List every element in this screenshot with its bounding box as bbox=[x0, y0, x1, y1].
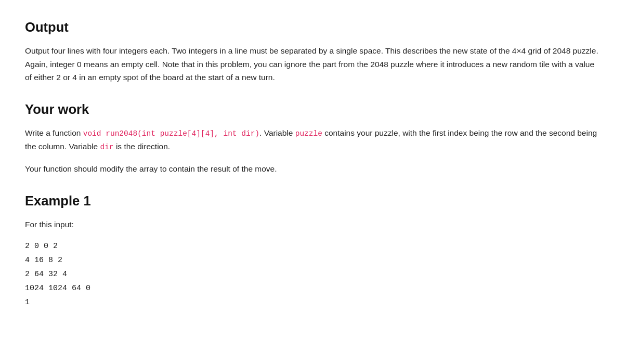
example-1-intro: For this input: bbox=[25, 218, 601, 231]
output-paragraph: Output four lines with four integers eac… bbox=[25, 44, 601, 84]
example-1-code-block: 2 0 0 2 4 16 8 2 2 64 32 4 1024 1024 64 … bbox=[25, 239, 601, 309]
output-heading: Output bbox=[25, 17, 601, 38]
your-work-heading: Your work bbox=[25, 99, 601, 120]
example-1-section: Example 1 For this input: 2 0 0 2 4 16 8… bbox=[25, 190, 601, 310]
yw-code-puzzle: puzzle bbox=[295, 129, 322, 138]
yw-code-1: void run2048(int puzzle[4][4], int dir) bbox=[83, 129, 259, 138]
your-work-paragraph-2: Your function should modify the array to… bbox=[25, 162, 601, 176]
code-line-2: 4 16 8 2 bbox=[25, 253, 601, 267]
code-line-1: 2 0 0 2 bbox=[25, 239, 601, 253]
your-work-section: Your work Write a function void run2048(… bbox=[25, 99, 601, 176]
code-line-5: 1 bbox=[25, 295, 601, 309]
output-section: Output Output four lines with four integ… bbox=[25, 17, 601, 84]
yw-code-dir: dir bbox=[100, 143, 113, 151]
code-line-3: 2 64 32 4 bbox=[25, 267, 601, 281]
yw-text-4: is the direction. bbox=[114, 142, 171, 151]
example-1-heading: Example 1 bbox=[25, 190, 601, 212]
yw-text-2: . Variable bbox=[259, 128, 295, 137]
yw-text-1: Write a function bbox=[25, 128, 83, 137]
your-work-paragraph-1: Write a function void run2048(int puzzle… bbox=[25, 126, 601, 154]
code-line-4: 1024 1024 64 0 bbox=[25, 281, 601, 295]
